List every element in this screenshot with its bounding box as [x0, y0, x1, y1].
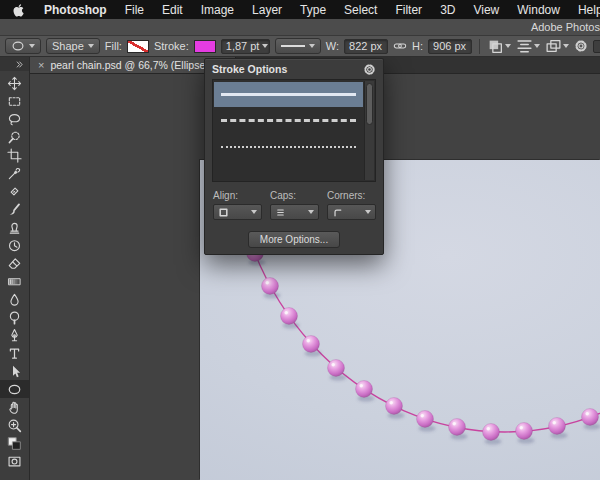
more-options-button[interactable]: More Options...	[248, 231, 340, 248]
panel-controls: Align: Caps: Corners:	[205, 182, 383, 220]
caps-dropdown-label: Caps:	[270, 190, 319, 201]
menu-window[interactable]: Window	[508, 3, 569, 17]
menu-3d[interactable]: 3D	[431, 3, 464, 17]
crop-tool[interactable]	[0, 146, 29, 164]
history-brush-tool[interactable]	[0, 236, 29, 254]
menu-layer[interactable]: Layer	[243, 3, 291, 17]
tool-mode-select[interactable]: Shape	[46, 38, 100, 54]
stroke-corners-select[interactable]	[327, 204, 376, 220]
stroke-style-dotted[interactable]	[214, 134, 363, 159]
geometry-options-gear-icon[interactable]	[574, 39, 588, 53]
chevron-down-icon	[309, 44, 315, 48]
stroke-caps-select[interactable]	[270, 204, 319, 220]
corners-icon	[332, 207, 343, 218]
stroke-width-input[interactable]: 1,87 pt	[221, 39, 270, 54]
marquee-tool[interactable]	[0, 92, 29, 110]
brush-tool[interactable]	[0, 200, 29, 218]
blur-tool[interactable]	[0, 290, 29, 308]
menu-filter[interactable]: Filter	[386, 3, 431, 17]
path-alignment-button[interactable]	[516, 38, 533, 55]
shape-width-input[interactable]: 822 px	[344, 39, 388, 54]
chevron-down-icon	[505, 44, 511, 48]
height-label: H:	[412, 40, 423, 52]
menu-help[interactable]: Help	[569, 3, 600, 17]
stroke-style-solid[interactable]	[214, 82, 363, 107]
foreground-background-colors[interactable]	[0, 434, 29, 452]
menu-image[interactable]: Image	[192, 3, 243, 17]
hand-tool[interactable]	[0, 398, 29, 416]
menu-bar: PhotoshopFileEditImageLayerTypeSelectFil…	[0, 0, 600, 19]
stroke-align-select[interactable]	[213, 204, 262, 220]
menu-items: PhotoshopFileEditImageLayerTypeSelectFil…	[35, 3, 600, 17]
tool-mode-value: Shape	[52, 40, 84, 52]
options-bar: Shape Fill: Stroke: 1,87 pt W: 822 px H:…	[0, 36, 600, 57]
eyedropper-tool[interactable]	[0, 164, 29, 182]
eraser-tool[interactable]	[0, 254, 29, 272]
close-icon[interactable]: ×	[38, 60, 44, 71]
align-dropdown-label: Align:	[213, 190, 262, 201]
path-selection-tool[interactable]	[0, 362, 29, 380]
stroke-label: Stroke:	[154, 40, 189, 52]
stroke-swatch[interactable]	[194, 40, 216, 53]
pen-tool[interactable]	[0, 326, 29, 344]
menu-edit[interactable]: Edit	[153, 3, 192, 17]
healing-brush-tool[interactable]	[0, 182, 29, 200]
align-center-icon	[218, 207, 229, 218]
ellipse-shape-tool[interactable]	[0, 380, 29, 398]
separator	[479, 39, 480, 54]
stroke-width-value: 1,87 pt	[226, 40, 260, 52]
link-dimensions-icon[interactable]	[393, 39, 407, 53]
menu-photoshop[interactable]: Photoshop	[35, 3, 116, 17]
chevron-down-icon	[251, 210, 257, 214]
shape-height-value: 906 px	[433, 40, 466, 52]
panel-header: Stroke Options	[205, 59, 383, 79]
chevron-down-icon	[262, 44, 268, 48]
fill-label: Fill:	[105, 40, 122, 52]
chevron-down-icon	[29, 44, 35, 48]
menu-select[interactable]: Select	[335, 3, 386, 17]
stroke-type-preview	[281, 45, 305, 47]
quick-mask-button[interactable]	[0, 452, 29, 470]
dashed-line-preview	[221, 119, 356, 122]
chevron-down-icon	[308, 210, 314, 214]
photoshop-window: { "menu_bar": { "items": [ {"label":"Pho…	[0, 0, 600, 480]
dodge-tool[interactable]	[0, 308, 29, 326]
lasso-tool[interactable]	[0, 110, 29, 128]
document-tab-title: pearl chain.psd @ 66,7% (Ellipse 1, P	[50, 59, 226, 71]
align-edges-checkbox[interactable]	[593, 40, 600, 53]
gradient-tool[interactable]	[0, 272, 29, 290]
tool-preset-picker[interactable]	[5, 38, 41, 54]
move-tool[interactable]	[0, 74, 29, 92]
panel-title: Stroke Options	[212, 63, 287, 75]
apple-icon[interactable]	[12, 3, 25, 17]
fill-swatch[interactable]	[127, 40, 149, 53]
solid-line-preview	[221, 93, 356, 96]
path-operations-button[interactable]	[487, 38, 504, 55]
window-title-bar: Adobe Photos	[0, 19, 600, 36]
app-title: Adobe Photos	[531, 21, 600, 33]
stroke-options-panel: Stroke Options Align: Caps: Corners:	[204, 58, 384, 255]
ellipse-preset-icon	[11, 39, 25, 53]
path-arrangement-button[interactable]	[545, 38, 562, 55]
menu-type[interactable]: Type	[291, 3, 335, 17]
stroke-type-select[interactable]	[275, 38, 321, 54]
panel-gear-icon[interactable]	[363, 63, 376, 76]
scrollbar-thumb[interactable]	[366, 83, 373, 125]
scrollbar[interactable]	[364, 81, 374, 180]
dotted-line-preview	[221, 146, 356, 148]
menu-view[interactable]: View	[464, 3, 508, 17]
pearls	[247, 245, 600, 445]
stroke-style-dashed[interactable]	[214, 108, 363, 133]
clone-stamp-tool[interactable]	[0, 218, 29, 236]
shape-height-input[interactable]: 906 px	[428, 39, 472, 54]
chevron-down-icon	[534, 44, 540, 48]
shape-width-value: 822 px	[349, 40, 382, 52]
zoom-tool[interactable]	[0, 416, 29, 434]
type-tool[interactable]	[0, 344, 29, 362]
collapse-panel[interactable]	[0, 57, 29, 71]
corners-dropdown-label: Corners:	[327, 190, 376, 201]
quick-selection-tool[interactable]	[0, 128, 29, 146]
chevron-down-icon	[365, 210, 371, 214]
menu-file[interactable]: File	[116, 3, 153, 17]
chevron-down-icon	[88, 44, 94, 48]
